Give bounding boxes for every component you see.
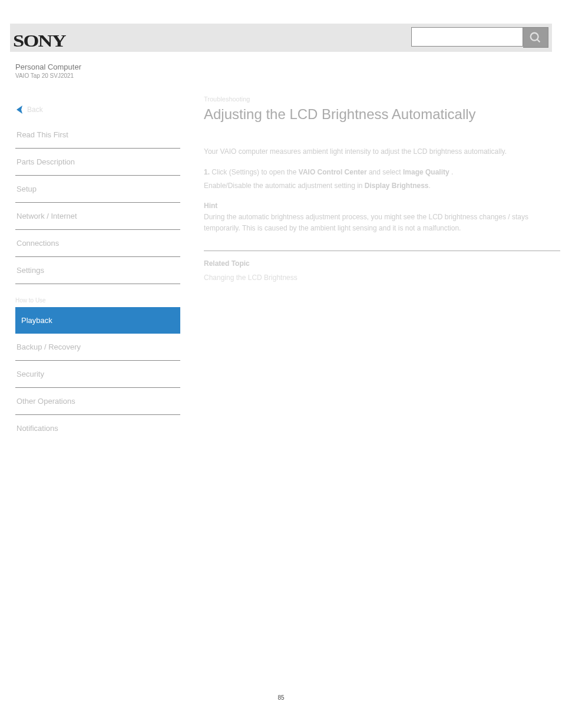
main-content: Troubleshooting Adjusting the LCD Bright… [204, 95, 560, 282]
step-1: 1. Click (Settings) to open the VAIO Con… [204, 167, 560, 178]
sidebar-item-notifications[interactable]: Notifications [15, 415, 180, 442]
hint-text: During the automatic brightness adjustme… [204, 212, 560, 234]
intro-paragraph: Your VAIO computer measures ambient ligh… [204, 146, 560, 157]
header: SONY [10, 24, 552, 52]
step-text-1: Click [211, 168, 229, 176]
page-number: 85 [0, 694, 562, 701]
search-button[interactable] [523, 27, 548, 48]
step-text-2: to open the [261, 168, 298, 176]
vaio-control-center: VAIO Control Center [299, 168, 367, 176]
search-box [411, 27, 548, 48]
sidebar-btn-playback[interactable]: Playback [15, 307, 180, 334]
hint-label: Hint [204, 200, 560, 212]
sidebar-item-settings[interactable]: Settings [15, 257, 180, 284]
settings-charm-icon: (Settings) [229, 168, 259, 176]
related-topic-link[interactable]: Changing the LCD Brightness [204, 274, 560, 282]
sidebar-item-network-internet[interactable]: Network / Internet [15, 203, 180, 230]
sidebar-item-other-operations[interactable]: Other Operations [15, 388, 180, 415]
sidebar-item-read-this-first[interactable]: Read This First [15, 121, 180, 149]
svg-marker-2 [16, 106, 22, 114]
sidebar-item-backup-recovery[interactable]: Backup / Recovery [15, 334, 180, 361]
step-number: 1. [204, 168, 210, 176]
svg-point-0 [531, 32, 538, 40]
back-chevron[interactable]: Back [15, 98, 180, 121]
sidebar-section-title: How to Use [15, 297, 180, 304]
chevron-right-icon [15, 106, 24, 114]
sidebar-item-parts-description[interactable]: Parts Description [15, 149, 180, 176]
breadcrumb[interactable]: Troubleshooting [204, 95, 560, 103]
search-input[interactable] [411, 27, 523, 47]
step-text-4: . [451, 168, 453, 176]
enable-disable-line: Enable/Disable the automatic adjustment … [204, 180, 560, 192]
display-brightness: Display Brightness [365, 182, 429, 190]
sidebar-item-setup[interactable]: Setup [15, 176, 180, 203]
enable-disable-text: Enable/Disable the automatic adjustment … [204, 182, 365, 190]
back-label: Back [27, 106, 43, 114]
product-name: Personal Computer [15, 62, 544, 71]
sidebar: Back Read This First Parts Description S… [15, 98, 180, 442]
sidebar-item-security[interactable]: Security [15, 361, 180, 388]
page-title: Adjusting the LCD Brightness Automatical… [204, 106, 560, 123]
image-quality: Image Quality [403, 168, 449, 176]
step-text-3: and select [369, 168, 403, 176]
sidebar-item-connections[interactable]: Connections [15, 230, 180, 257]
search-icon [529, 31, 542, 44]
svg-line-1 [537, 39, 540, 42]
brand-logo: SONY [13, 31, 65, 51]
related-topic-label: Related Topic [204, 251, 560, 268]
model-name: VAIO Tap 20 SVJ2021 [15, 73, 544, 79]
